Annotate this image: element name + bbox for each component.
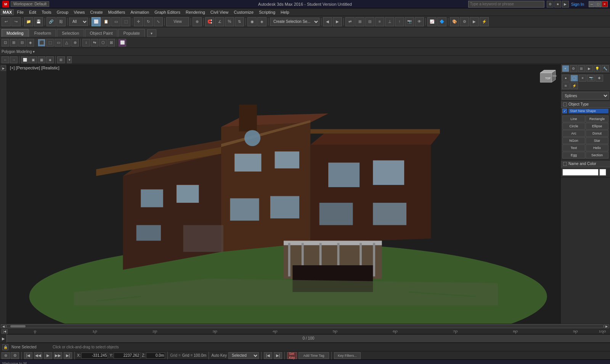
coord-x-field[interactable] <box>81 353 108 359</box>
btn-rectangle[interactable]: Rectangle <box>586 115 608 122</box>
h-scroll-left[interactable]: ◀ <box>1 324 6 328</box>
anim-time-config[interactable]: ⚙ <box>11 352 19 359</box>
save-button[interactable]: 💾 <box>34 17 43 26</box>
menu-modifiers[interactable]: Modifiers <box>106 9 128 15</box>
rp-spacewarp-icon[interactable]: ≋ <box>562 82 570 89</box>
menu-edit[interactable]: Edit <box>27 9 39 15</box>
close-button[interactable]: ✕ <box>602 1 608 7</box>
pivot-button[interactable]: ⊕ <box>193 17 202 26</box>
add-time-tag-button[interactable]: Add Time Tag <box>299 352 329 359</box>
model-btn7[interactable]: ▭ <box>55 39 62 47</box>
menu-create[interactable]: Create <box>88 9 105 15</box>
snap-toggle[interactable]: 🧲 <box>205 17 214 26</box>
menu-help[interactable]: Help <box>278 9 292 15</box>
start-new-shape-checkbox[interactable]: ✓ <box>562 109 567 113</box>
align-to-view[interactable]: 👁 <box>415 17 424 26</box>
select-move-button[interactable]: ✛ <box>134 17 143 26</box>
tab-modeling[interactable]: Modeling <box>2 29 29 37</box>
isolate-button[interactable]: ◉ <box>247 17 257 26</box>
next-key-btn[interactable]: ▶▶ <box>54 352 62 359</box>
model-btn10[interactable]: ↕ <box>82 39 90 47</box>
angle-snap[interactable]: ∠ <box>215 17 224 26</box>
named-sel1[interactable]: ◀ <box>323 17 332 26</box>
rp-camera-icon[interactable]: 📷 <box>587 75 595 82</box>
next-frame-btn2[interactable]: ▶| <box>274 352 282 359</box>
color-swatch[interactable] <box>599 169 606 176</box>
next-frame-btn[interactable]: ▶| <box>64 352 72 359</box>
h-scroll[interactable]: ◀ ▶ <box>0 324 610 329</box>
btn-circle[interactable]: Circle <box>562 123 585 130</box>
sm-btn2[interactable]: → <box>10 56 18 63</box>
play-btn[interactable]: ▶ <box>44 352 52 359</box>
tab-selection[interactable]: Selection <box>57 29 84 37</box>
btn-arc[interactable]: Arc <box>562 130 585 137</box>
maximize-button[interactable]: □ <box>595 1 601 7</box>
rp-geo-icon[interactable]: ● <box>562 75 570 82</box>
btn-helix[interactable]: Helix <box>586 144 608 151</box>
normal-align[interactable]: ⊥ <box>385 17 394 26</box>
name-color-collapse[interactable]: - <box>563 162 567 166</box>
timeline-play-button[interactable]: ▶ <box>0 334 7 343</box>
btn-ngon[interactable]: NGon <box>562 137 585 144</box>
model-btn8[interactable]: △ <box>63 39 71 47</box>
prev-frame-btn2[interactable]: |◀ <box>264 352 272 359</box>
rp-hierarchy-icon[interactable]: ⊞ <box>578 65 585 72</box>
curve-editor[interactable]: 📈 <box>427 17 437 26</box>
menu-animation[interactable]: Animation <box>128 9 151 15</box>
select-rotate-button[interactable]: ↻ <box>144 17 153 26</box>
array-button[interactable]: ⊞ <box>355 17 364 26</box>
model-btn3[interactable]: ⊟ <box>18 39 26 47</box>
model-btn5[interactable]: ⬛ <box>38 39 45 47</box>
menu-file[interactable]: File <box>14 9 26 15</box>
model-btn13[interactable]: ⊠ <box>108 39 115 47</box>
btn-ellipse[interactable]: Ellipse <box>586 123 608 130</box>
tab-populate[interactable]: Populate <box>118 29 144 37</box>
display-floater[interactable]: ◈ <box>257 17 266 26</box>
rp-shape-icon[interactable]: ◯ <box>570 75 578 82</box>
btn-star[interactable]: Star <box>586 137 608 144</box>
anim-key-mode[interactable]: ⊛ <box>2 352 10 359</box>
timeline-play-back-start[interactable]: |◀ <box>2 329 8 334</box>
rp-modify-icon[interactable]: ⚙ <box>570 65 577 72</box>
model-btn14[interactable]: ⬜ <box>119 39 126 47</box>
mirror-button[interactable]: ⇄ <box>345 17 355 26</box>
name-input[interactable] <box>562 169 599 176</box>
search-input[interactable] <box>469 2 530 6</box>
minimize-button[interactable]: ─ <box>589 1 595 7</box>
sm-btn1[interactable]: ← <box>2 56 9 63</box>
model-btn6[interactable]: ⬚ <box>46 39 54 47</box>
open-button[interactable]: 📁 <box>24 17 33 26</box>
btn-line[interactable]: Line <box>562 115 585 122</box>
quick-render[interactable]: ⚡ <box>480 17 489 26</box>
spinner-snap[interactable]: ⇅ <box>235 17 244 26</box>
select-button[interactable]: ⬜ <box>92 17 101 26</box>
undo-button[interactable]: ↩ <box>2 17 11 26</box>
key-filters-button[interactable]: Key Filters... <box>334 352 361 359</box>
lock-icon[interactable]: 🔒 <box>2 344 8 350</box>
poly-modeling-label[interactable]: Polygon Modeling ▾ <box>2 50 35 54</box>
create-selection-dropdown[interactable]: Create Selection Se... <box>270 18 319 26</box>
menu-tools[interactable]: Tools <box>39 9 54 15</box>
icon-bar-btn2[interactable]: ★ <box>554 1 561 8</box>
btn-donut[interactable]: Donut <box>586 130 608 137</box>
model-btn11[interactable]: ⇆ <box>91 39 98 47</box>
rp-light-icon[interactable]: ☀ <box>579 75 586 82</box>
sm-btn3[interactable]: ⬜ <box>21 56 29 63</box>
coord-y-field[interactable] <box>114 353 140 359</box>
timeline-track[interactable]: 0 / 100 <box>7 335 610 342</box>
place-high[interactable]: ↑ <box>395 17 404 26</box>
rp-sys-icon[interactable]: ⚡ <box>570 82 578 89</box>
named-sel2[interactable]: ▶ <box>333 17 342 26</box>
workspace-label[interactable]: Workspace: Default <box>11 1 49 7</box>
menu-views[interactable]: Views <box>71 9 87 15</box>
menu-scripting[interactable]: Scripting <box>257 9 278 15</box>
menu-max[interactable]: MAX <box>1 9 14 15</box>
object-type-collapse[interactable]: - <box>563 103 567 106</box>
autokey-dropdown[interactable]: Selected All <box>228 352 259 359</box>
coord-z-field[interactable] <box>146 353 165 359</box>
btn-text[interactable]: Text <box>562 144 585 151</box>
menu-civil-view[interactable]: Civil View <box>208 9 231 15</box>
rp-utilities-icon[interactable]: 🔧 <box>602 65 609 72</box>
align-camera[interactable]: 📷 <box>405 17 414 26</box>
h-scroll-thumb[interactable] <box>10 325 26 327</box>
